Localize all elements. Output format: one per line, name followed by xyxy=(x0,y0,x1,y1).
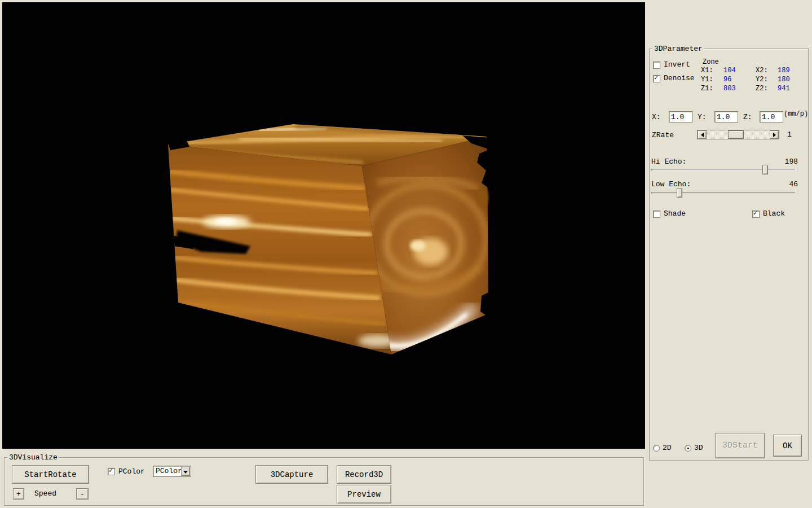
low-echo-slider-track[interactable] xyxy=(651,192,796,194)
start-rotate-button[interactable]: StartRotate xyxy=(12,465,89,484)
scale-unit-label: (mm/p) xyxy=(784,110,808,118)
visualize-groupbox-title: 3DVisualize xyxy=(7,453,59,462)
3d-viewport[interactable] xyxy=(2,2,645,449)
scale-x-label: X: xyxy=(652,113,661,121)
preview-button[interactable]: Preview xyxy=(337,485,391,503)
zone-y2-value: 180 xyxy=(778,76,790,84)
left-arrow-icon xyxy=(701,133,704,137)
black-checkmark: ✓ xyxy=(753,209,757,218)
scale-z-input[interactable]: 1.0 xyxy=(760,111,783,122)
scale-y-label: Y: xyxy=(698,113,707,121)
visualize-groupbox: 3DVisualize StartRotate ✓ PColor PColor … xyxy=(4,457,644,506)
speed-minus-button[interactable]: - xyxy=(76,488,89,500)
zrate-scroll-thumb[interactable] xyxy=(728,130,744,139)
scale-x-value: 1.0 xyxy=(671,113,684,121)
hi-echo-slider-track[interactable] xyxy=(651,169,796,171)
zone-z2-label: Z2: xyxy=(756,85,768,93)
invert-label: Invert xyxy=(664,60,690,69)
volume-render xyxy=(2,2,645,449)
zone-title: Zone xyxy=(703,58,719,66)
zone-x2-label: X2: xyxy=(756,67,768,75)
black-label: Black xyxy=(763,209,785,218)
ok-button[interactable]: OK xyxy=(773,435,802,457)
mode-2d-label: 2D xyxy=(663,444,672,452)
denoise-checkmark: ✓ xyxy=(654,74,658,82)
app-window: 3DParameter Invert ✓ Denoise Zone X1: 10… xyxy=(0,0,812,508)
zone-x1-label: X1: xyxy=(701,67,713,75)
3dstart-button[interactable]: 3DStart xyxy=(715,433,765,458)
parameter-groupbox-title: 3DParameter xyxy=(652,45,704,53)
pcolor-checkbox[interactable]: ✓ xyxy=(108,468,115,475)
black-checkbox[interactable]: ✓ xyxy=(752,211,760,218)
hi-echo-slider-thumb[interactable] xyxy=(762,165,768,174)
pcolor-dropdown[interactable]: PColor xyxy=(153,466,191,477)
zone-y2-label: Y2: xyxy=(756,76,768,84)
zone-x2-value: 189 xyxy=(778,67,790,75)
zrate-scrollbar[interactable] xyxy=(697,130,779,139)
hi-echo-value: 198 xyxy=(779,157,798,166)
low-echo-value: 46 xyxy=(779,180,798,189)
zrate-value: 1 xyxy=(787,130,792,139)
speed-plus-button[interactable]: + xyxy=(13,488,24,500)
zone-y1-value: 96 xyxy=(723,76,731,84)
scale-x-input[interactable]: 1.0 xyxy=(669,111,692,122)
pcolor-dropdown-value: PColor xyxy=(156,467,182,475)
invert-checkbox[interactable] xyxy=(653,62,660,69)
denoise-label: Denoise xyxy=(664,74,695,82)
shade-checkbox[interactable] xyxy=(653,211,660,218)
pcolor-checkmark: ✓ xyxy=(109,467,113,475)
zone-y1-label: Y1: xyxy=(701,76,713,84)
zone-z1-label: Z1: xyxy=(701,85,713,93)
record3d-button[interactable]: Record3D xyxy=(337,465,391,484)
speed-label: Speed xyxy=(34,489,56,498)
scale-z-value: 1.0 xyxy=(762,113,775,121)
mode-2d-radio[interactable] xyxy=(653,445,660,452)
zone-x1-value: 104 xyxy=(723,67,736,75)
right-arrow-icon xyxy=(773,133,776,137)
low-echo-label: Low Echo: xyxy=(651,180,691,189)
low-echo-slider-thumb[interactable] xyxy=(677,188,682,198)
scale-y-input[interactable]: 1.0 xyxy=(714,111,738,122)
chevron-down-icon xyxy=(183,471,188,474)
mode-3d-radio-dot: ● xyxy=(687,446,689,450)
shade-label: Shade xyxy=(664,209,686,218)
pcolor-label: PColor xyxy=(118,467,145,476)
zrate-label: ZRate xyxy=(652,131,674,139)
hi-echo-label: Hi Echo: xyxy=(651,157,686,166)
scale-z-label: Z: xyxy=(743,113,752,121)
pcolor-dropdown-button[interactable] xyxy=(181,467,190,476)
zrate-scroll-right-button[interactable] xyxy=(770,130,779,139)
mode-3d-radio[interactable]: ● xyxy=(685,445,691,452)
denoise-checkbox[interactable]: ✓ xyxy=(653,75,660,82)
3dcapture-button[interactable]: 3DCapture xyxy=(255,465,328,484)
parameter-groupbox: 3DParameter Invert ✓ Denoise Zone X1: 10… xyxy=(649,49,809,461)
zrate-scroll-left-button[interactable] xyxy=(698,130,707,139)
zone-z1-value: 803 xyxy=(723,85,736,93)
mode-3d-label: 3D xyxy=(694,444,703,452)
zone-z2-value: 941 xyxy=(778,85,790,93)
scale-y-value: 1.0 xyxy=(717,113,730,121)
